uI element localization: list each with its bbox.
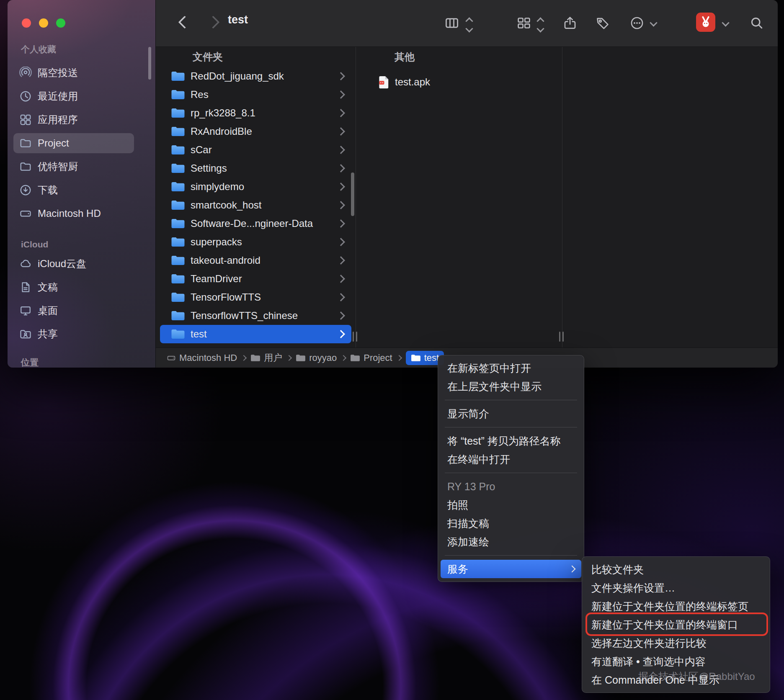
- shared-folder-icon: [19, 328, 32, 340]
- folder-icon: [171, 70, 185, 82]
- path-separator-chevron-icon: [396, 355, 402, 360]
- file-name: test.apk: [395, 76, 550, 88]
- sidebar-item-icloud-drive[interactable]: iCloud云盘: [13, 254, 134, 274]
- window-toolbar: test: [156, 0, 778, 47]
- folder-row[interactable]: TeamDriver: [160, 270, 351, 288]
- menu-item-open-in-terminal[interactable]: 在终端中打开: [441, 450, 581, 468]
- tag-icon[interactable]: [596, 16, 610, 30]
- folder-row[interactable]: TensorFlowTTS: [160, 288, 351, 306]
- column-scrollbar[interactable]: [351, 172, 354, 216]
- menu-item-label: 扫描文稿: [447, 517, 489, 530]
- menu-item-label: 新建位于文件夹位置的终端窗口: [591, 618, 738, 632]
- sidebar-item-smart-kitchen[interactable]: 优特智厨: [13, 157, 134, 177]
- view-options-chevron-icon[interactable]: [467, 18, 472, 31]
- folder-icon: [171, 126, 185, 137]
- menu-item-show-enclosing-folder[interactable]: 在上层文件夹中显示: [441, 377, 581, 396]
- sidebar-item-label: 文稿: [38, 281, 58, 294]
- sidebar-item-downloads[interactable]: 下载: [13, 180, 134, 200]
- path-separator-chevron-icon: [340, 355, 346, 360]
- chevron-right-icon: [337, 293, 345, 301]
- sidebar-item-project[interactable]: Project: [13, 133, 134, 153]
- submenu-item-select-left-folder-compare[interactable]: 选择左边文件夹进行比较: [585, 634, 767, 652]
- sidebar-item-applications[interactable]: 应用程序: [13, 110, 134, 130]
- menu-item-label: 将 “test” 拷贝为路径名称: [447, 434, 561, 448]
- traffic-light-close-button[interactable]: [22, 18, 31, 28]
- search-icon[interactable]: [750, 16, 764, 30]
- folder-row[interactable]: TensorflowTTS_chinese: [160, 306, 351, 325]
- folder-icon: [171, 162, 185, 174]
- submenu-item-compare-folders[interactable]: 比较文件夹: [585, 560, 767, 579]
- path-item-label: test: [424, 353, 439, 363]
- red-app-badge-icon[interactable]: [696, 13, 715, 32]
- menu-item-open-new-tab[interactable]: 在新标签页中打开: [441, 359, 581, 377]
- submenu-item-youdao-translate[interactable]: 有道翻译 • 查询选中内容: [585, 652, 767, 671]
- sidebar-scrollbar[interactable]: [148, 47, 151, 80]
- path-separator-chevron-icon: [286, 355, 292, 360]
- folder-row[interactable]: RedDot_jiguang_sdk: [160, 67, 351, 85]
- submenu-chevron-icon: [569, 566, 576, 573]
- chevron-right-icon: [337, 72, 345, 80]
- sidebar-item-documents[interactable]: 文稿: [13, 277, 134, 297]
- folder-row[interactable]: smartcook_host: [160, 196, 351, 214]
- sidebar-item-recents[interactable]: 最近使用: [13, 86, 134, 106]
- path-item-users[interactable]: 用户: [250, 352, 282, 364]
- file-row-apk[interactable]: test.apk: [360, 73, 558, 91]
- folder-icon: [19, 137, 32, 149]
- menu-separator: [445, 555, 577, 556]
- path-item-macintosh-hd[interactable]: Macintosh HD: [167, 353, 237, 363]
- submenu-item-folder-actions-setup[interactable]: 文件夹操作设置…: [585, 579, 767, 597]
- path-item-label: Macintosh HD: [179, 353, 237, 363]
- window-title: test: [228, 13, 248, 26]
- more-actions-icon[interactable]: [630, 16, 644, 30]
- menu-item-add-sketch[interactable]: 添加速绘: [441, 533, 581, 551]
- folder-row[interactable]: RxAndroidBle: [160, 122, 351, 141]
- more-actions-chevron-icon[interactable]: [650, 19, 657, 26]
- watermark-text: 掘金技术社区@RabbitYao: [638, 670, 755, 683]
- folder-icon: [296, 354, 306, 362]
- group-options-chevron-icon[interactable]: [538, 18, 543, 31]
- traffic-light-zoom-button[interactable]: [56, 18, 65, 28]
- submenu-item-new-terminal-window[interactable]: 新建位于文件夹位置的终端窗口: [585, 615, 767, 634]
- path-item-project[interactable]: Project: [350, 353, 392, 363]
- path-item-label: Project: [364, 353, 392, 363]
- menu-item-services[interactable]: 服务: [441, 560, 581, 578]
- menu-item-take-photo[interactable]: 拍照: [441, 496, 581, 514]
- folder-row[interactable]: simplydemo: [160, 178, 351, 196]
- column-empty: [562, 47, 778, 347]
- sidebar-item-desktop[interactable]: 桌面: [13, 301, 134, 321]
- folder-row[interactable]: superpacks: [160, 233, 351, 251]
- back-button[interactable]: [178, 15, 191, 28]
- finder-window: 个人收藏 隔空投送 最近使用 应用程序 Project 优特智厨: [8, 0, 778, 368]
- column-view-icon[interactable]: [445, 16, 459, 30]
- folder-row-test-selected[interactable]: test: [160, 325, 351, 343]
- menu-item-label: 文件夹操作设置…: [591, 581, 675, 595]
- traffic-light-minimize-button[interactable]: [39, 18, 48, 28]
- menu-item-scan-documents[interactable]: 扫描文稿: [441, 514, 581, 533]
- folder-row[interactable]: sCar: [160, 141, 351, 159]
- folder-row[interactable]: Software-De...ngineer-Data: [160, 214, 351, 233]
- sidebar-section-favorites: 个人收藏: [21, 44, 56, 55]
- share-icon[interactable]: [563, 16, 577, 30]
- airdrop-icon: [19, 67, 32, 79]
- clock-icon: [19, 90, 32, 103]
- rabbit-glyph-icon: [699, 15, 713, 29]
- folder-row[interactable]: takeout-android: [160, 251, 351, 270]
- group-view-icon[interactable]: [517, 16, 531, 30]
- folder-row[interactable]: Res: [160, 85, 351, 104]
- sidebar-item-shared[interactable]: 共享: [13, 324, 134, 344]
- sidebar-item-macintosh-hd[interactable]: Macintosh HD: [13, 203, 134, 224]
- menu-separator: [445, 473, 577, 473]
- submenu-item-new-terminal-tab[interactable]: 新建位于文件夹位置的终端标签页: [585, 597, 767, 615]
- badge-chevron-icon[interactable]: [722, 19, 729, 26]
- folder-row[interactable]: rp_rk3288_8.1: [160, 104, 351, 122]
- folder-icon: [171, 310, 185, 322]
- path-item-royyao[interactable]: royyao: [296, 353, 337, 363]
- folder-row[interactable]: Settings: [160, 159, 351, 178]
- folder-name: RedDot_jiguang_sdk: [191, 70, 333, 82]
- sidebar-item-airdrop[interactable]: 隔空投送: [13, 63, 134, 83]
- menu-item-copy-pathname[interactable]: 将 “test” 拷贝为路径名称: [441, 432, 581, 450]
- folder-icon: [411, 354, 421, 362]
- forward-button[interactable]: [206, 15, 219, 28]
- menu-item-get-info[interactable]: 显示简介: [441, 404, 581, 423]
- columns-area: 文件夹 RedDot_jiguang_sdk Res rp_rk3288_8.1: [156, 47, 778, 347]
